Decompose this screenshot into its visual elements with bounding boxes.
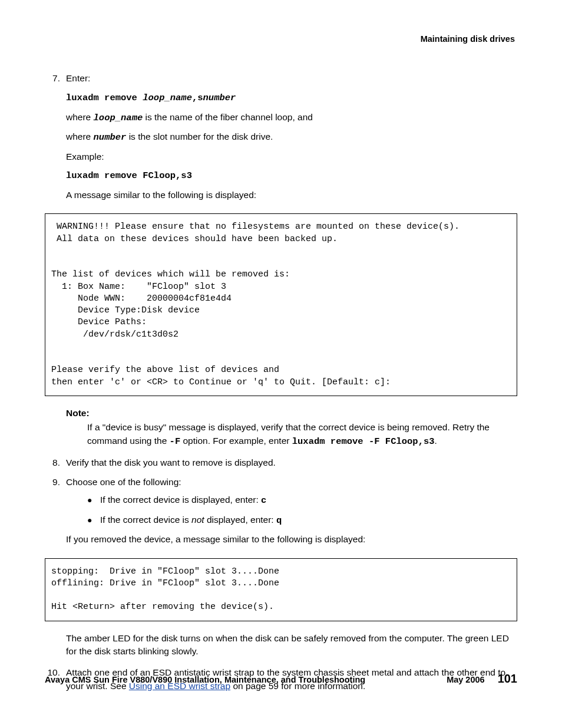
note-option: -F (170, 436, 181, 447)
text: where (66, 112, 94, 122)
step-number: 7. (45, 72, 66, 207)
example-command: luxadm remove FCloop,s3 (66, 169, 517, 182)
note-label: Note: (66, 407, 517, 420)
bullet-dot-icon: ● (87, 513, 100, 527)
running-head: Maintaining disk drives (45, 34, 517, 44)
cmd-q: q (276, 515, 282, 526)
bullet-text: If the correct device is displayed, ente… (100, 493, 266, 507)
page-number: 101 (498, 672, 517, 686)
cmd-sep: ,s (192, 93, 203, 103)
step-8: 8. Verify that the disk you want to remo… (45, 456, 517, 469)
text: . (435, 436, 437, 446)
bullet-list: ● If the correct device is displayed, en… (66, 493, 517, 527)
bullet-text: If the correct device is not displayed, … (100, 513, 282, 527)
emphasis-not: not (191, 515, 204, 525)
text: Choose one of the following: (66, 476, 517, 489)
var-number: number (94, 132, 127, 143)
led-paragraph: The amber LED for the disk turns on when… (66, 632, 517, 658)
example-label: Example: (66, 150, 517, 163)
where-clause-1: where loop_name is the name of the fiber… (66, 111, 517, 124)
text: If the correct device is (100, 515, 191, 525)
command-syntax: luxadm remove loop_name,snumber (66, 91, 517, 104)
step-body: Choose one of the following: ● If the co… (66, 476, 517, 552)
after-bullets: If you removed the device, a message sim… (66, 533, 517, 546)
note-body: If a "device is busy" message is display… (87, 421, 517, 448)
bullet-item: ● If the correct device is not displayed… (87, 513, 517, 527)
footer-date: May 2006 (447, 675, 485, 684)
text: displayed, enter: (204, 515, 276, 525)
step-9: 9. Choose one of the following: ● If the… (45, 476, 517, 552)
cmd-arg-number: number (203, 93, 236, 103)
where-clause-2: where number is the slot number for the … (66, 130, 517, 144)
step-7: 7. Enter: luxadm remove loop_name,snumbe… (45, 72, 517, 207)
text: is the slot number for the disk drive. (126, 131, 273, 141)
page: Maintaining disk drives 7. Enter: luxadm… (0, 0, 562, 728)
message-intro: A message similar to the following is di… (66, 189, 517, 202)
code-output-2: stopping: Drive in "FCloop" slot 3....Do… (45, 558, 517, 621)
footer-title: Avaya CMS Sun Fire V880/V890 Installatio… (45, 675, 365, 684)
text: where (66, 131, 94, 141)
step-number: 8. (45, 456, 66, 469)
enter-label: Enter: (66, 72, 517, 85)
note-command: luxadm remove -F FCloop,s3 (292, 436, 435, 447)
code-output-1: WARNING!!! Please ensure that no filesys… (45, 213, 517, 396)
step-body: Enter: luxadm remove loop_name,snumber w… (66, 72, 517, 207)
cmd-arg-loopname: loop_name (143, 93, 192, 103)
text: If the correct device is displayed, ente… (100, 495, 261, 505)
bullet-item: ● If the correct device is displayed, en… (87, 493, 517, 507)
var-loopname: loop_name (94, 113, 143, 123)
text: option. For example, enter (180, 436, 292, 446)
main-content: 7. Enter: luxadm remove loop_name,snumbe… (45, 72, 517, 693)
page-footer: Avaya CMS Sun Fire V880/V890 Installatio… (45, 672, 517, 686)
step-number: 9. (45, 476, 66, 552)
cmd-c: c (261, 495, 266, 506)
bullet-dot-icon: ● (87, 493, 100, 507)
step-body: Verify that the disk you want to remove … (66, 456, 517, 469)
cmd-prefix: luxadm remove (66, 93, 143, 103)
text: is the name of the fiber channel loop, a… (143, 112, 313, 122)
footer-right: May 2006 101 (447, 672, 517, 686)
